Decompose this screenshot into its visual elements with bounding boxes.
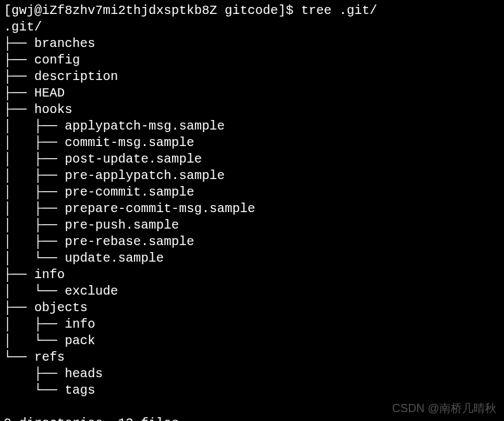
tree-output-line: ├── hooks: [4, 102, 500, 118]
prompt-user: gwj: [11, 3, 34, 18]
tree-output-line: └── tags: [4, 382, 500, 399]
prompt-close: ]: [278, 3, 286, 18]
tree-output-line: ├── HEAD: [4, 85, 500, 102]
watermark-text: CSDN @南桥几晴秋: [392, 401, 496, 416]
tree-output-line: │ └── update.sample: [4, 250, 500, 267]
tree-output-line: │ ├── pre-push.sample: [4, 217, 500, 234]
prompt-host: iZf8zhv7mi2thjdxsptkb8Z: [42, 3, 217, 18]
tree-output-line: ├── heads: [4, 366, 500, 382]
prompt-at: @: [34, 3, 42, 18]
shell-prompt[interactable]: [gwj@iZf8zhv7mi2thjdxsptkb8Z gitcode]$ t…: [4, 3, 500, 19]
tree-output-line: ├── branches: [4, 36, 500, 52]
tree-output-line: │ ├── applypatch-msg.sample: [4, 118, 500, 135]
tree-output-line: │ ├── pre-rebase.sample: [4, 234, 500, 250]
tree-output-line: │ ├── pre-commit.sample: [4, 184, 500, 201]
tree-output-line: └── refs: [4, 349, 500, 366]
tree-output-line: │ ├── info: [4, 316, 500, 333]
tree-output-line: │ ├── prepare-commit-msg.sample: [4, 201, 500, 217]
tree-output-line: │ └── pack: [4, 333, 500, 349]
command-text: tree .git/: [301, 3, 377, 18]
tree-summary: 9 directories, 13 files: [4, 415, 500, 421]
tree-output-line: ├── config: [4, 52, 500, 69]
tree-output-line: ├── info: [4, 267, 500, 283]
prompt-symbol: $: [286, 3, 293, 18]
tree-output-line: │ ├── post-update.sample: [4, 151, 500, 168]
tree-output-line: │ ├── pre-applypatch.sample: [4, 168, 500, 184]
tree-output-line: ├── objects: [4, 300, 500, 316]
prompt-space2: [293, 3, 301, 18]
prompt-cwd: gitcode: [225, 3, 278, 18]
tree-root: .git/: [4, 19, 500, 36]
tree-output-line: │ └── exclude: [4, 283, 500, 300]
prompt-space: [217, 3, 225, 18]
prompt-open: [: [4, 3, 11, 18]
tree-output-line: │ ├── commit-msg.sample: [4, 135, 500, 151]
tree-output-line: ├── description: [4, 69, 500, 85]
